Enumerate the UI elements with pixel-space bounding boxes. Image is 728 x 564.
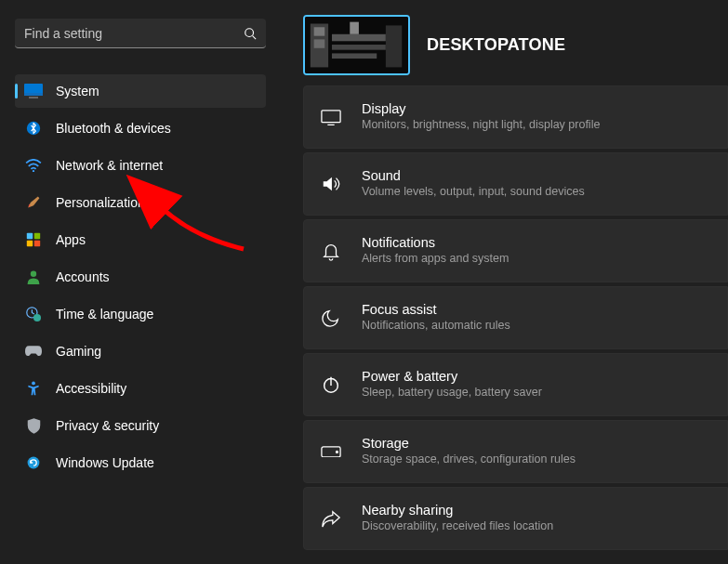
sidebar: System Bluetooth & devices Network & int…: [0, 0, 281, 564]
sidebar-item-time-language[interactable]: Time & language: [15, 297, 266, 331]
card-subtitle: Alerts from apps and system: [362, 251, 509, 268]
svg-rect-4: [29, 97, 38, 98]
shield-icon: [24, 416, 43, 435]
header: DESKTOPATONE: [303, 0, 728, 85]
gamepad-icon: [24, 342, 43, 361]
svg-rect-3: [24, 93, 43, 96]
bluetooth-icon: [24, 119, 43, 138]
card-subtitle: Sleep, battery usage, battery saver: [362, 385, 542, 401]
svg-rect-25: [322, 111, 340, 123]
moon-icon: [321, 308, 341, 328]
card-title: Nearby sharing: [362, 503, 553, 518]
sidebar-item-windows-update[interactable]: Windows Update: [15, 446, 266, 479]
sidebar-item-label: Bluetooth & devices: [56, 121, 171, 136]
brush-icon: [24, 193, 43, 212]
sidebar-item-label: Apps: [56, 232, 86, 247]
svg-rect-7: [27, 233, 33, 239]
sidebar-item-network[interactable]: Network & internet: [15, 149, 266, 182]
svg-line-1: [253, 36, 257, 40]
card-subtitle: Volume levels, output, input, sound devi…: [362, 184, 585, 201]
apps-icon: [24, 230, 43, 249]
svg-point-15: [28, 457, 40, 469]
svg-rect-22: [314, 27, 325, 35]
search-input[interactable]: [15, 19, 266, 48]
clock-globe-icon: [24, 305, 43, 323]
card-title: Notifications: [362, 235, 509, 251]
card-title: Power & battery: [362, 369, 542, 385]
system-icon: [24, 82, 43, 100]
card-subtitle: Storage space, drives, configuration rul…: [362, 452, 576, 468]
card-title: Focus assist: [362, 302, 510, 318]
sidebar-item-system[interactable]: System: [15, 74, 266, 108]
sidebar-item-apps[interactable]: Apps: [15, 223, 266, 256]
svg-point-14: [32, 382, 35, 386]
svg-rect-20: [332, 53, 377, 59]
card-subtitle: Discoverability, received files location: [362, 518, 553, 535]
settings-cards: Display Monitors, brightness, night ligh…: [303, 85, 728, 550]
card-sound[interactable]: Sound Volume levels, output, input, soun…: [303, 152, 728, 216]
card-display[interactable]: Display Monitors, brightness, night ligh…: [303, 85, 728, 149]
sidebar-item-label: Accessibility: [56, 381, 126, 396]
display-icon: [321, 107, 341, 127]
page-title: DESKTOPATONE: [427, 35, 565, 55]
card-notifications[interactable]: Notifications Alerts from apps and syste…: [303, 219, 728, 282]
sidebar-item-privacy[interactable]: Privacy & security: [15, 409, 266, 442]
svg-rect-19: [332, 45, 386, 50]
card-subtitle: Notifications, automatic rules: [362, 318, 510, 334]
accessibility-icon: [24, 379, 43, 398]
power-icon: [321, 374, 341, 395]
svg-rect-8: [34, 233, 40, 239]
svg-rect-10: [34, 241, 40, 246]
svg-rect-23: [314, 39, 325, 47]
svg-rect-9: [27, 241, 33, 246]
svg-rect-24: [350, 21, 359, 33]
svg-rect-21: [386, 25, 402, 67]
sidebar-item-label: Privacy & security: [56, 418, 159, 433]
sidebar-item-accounts[interactable]: Accounts: [15, 260, 266, 294]
svg-point-6: [33, 170, 34, 172]
bell-icon: [321, 241, 341, 261]
sidebar-item-accessibility[interactable]: Accessibility: [15, 372, 266, 405]
card-title: Sound: [362, 168, 585, 184]
svg-rect-18: [332, 33, 386, 41]
storage-icon: [321, 441, 341, 462]
wifi-icon: [24, 156, 43, 175]
sidebar-item-label: Accounts: [56, 269, 110, 284]
sidebar-item-label: Network & internet: [56, 158, 163, 173]
main-panel: DESKTOPATONE Display Monitors, brightnes…: [281, 0, 728, 564]
sound-icon: [321, 174, 341, 194]
person-icon: [24, 268, 43, 286]
update-icon: [24, 453, 43, 472]
card-nearby-sharing[interactable]: Nearby sharing Discoverability, received…: [303, 487, 728, 550]
sidebar-item-label: Gaming: [56, 344, 101, 359]
desktop-thumbnail[interactable]: [303, 15, 410, 75]
sidebar-item-personalization[interactable]: Personalization: [15, 186, 266, 219]
search-icon: [244, 27, 257, 40]
sidebar-item-label: System: [56, 84, 99, 98]
sidebar-item-bluetooth[interactable]: Bluetooth & devices: [15, 111, 266, 145]
search-wrap: [15, 19, 266, 48]
sidebar-item-label: Personalization: [56, 195, 145, 210]
card-power-battery[interactable]: Power & battery Sleep, battery usage, ba…: [303, 353, 728, 416]
svg-point-0: [245, 29, 254, 37]
sidebar-item-gaming[interactable]: Gaming: [15, 334, 266, 368]
card-storage[interactable]: Storage Storage space, drives, configura…: [303, 420, 728, 483]
svg-point-11: [31, 271, 36, 277]
card-title: Storage: [362, 436, 576, 452]
svg-point-13: [33, 314, 41, 321]
sidebar-item-label: Windows Update: [56, 455, 154, 470]
card-title: Display: [362, 101, 600, 117]
share-icon: [321, 508, 341, 529]
svg-point-30: [336, 451, 338, 453]
card-subtitle: Monitors, brightness, night light, displ…: [362, 117, 600, 134]
sidebar-item-label: Time & language: [56, 307, 153, 321]
card-focus-assist[interactable]: Focus assist Notifications, automatic ru…: [303, 286, 728, 349]
